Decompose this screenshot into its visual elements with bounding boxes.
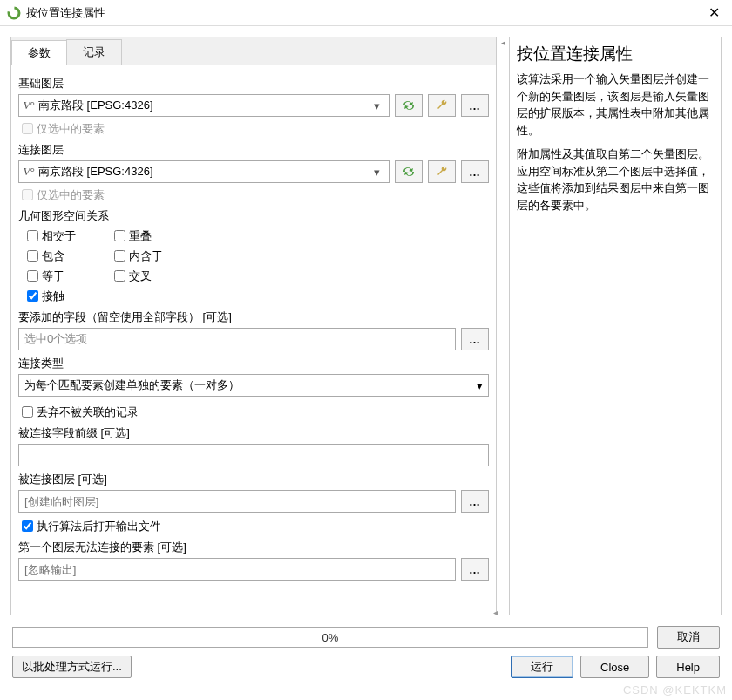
refresh-icon: [401, 165, 417, 179]
browse-button[interactable]: …: [461, 160, 489, 183]
fields-display[interactable]: [18, 328, 456, 350]
line-layer-icon: V°: [23, 165, 35, 179]
browse-button[interactable]: …: [461, 94, 489, 117]
options-button[interactable]: [428, 94, 456, 117]
predicate-cross[interactable]: 交叉: [111, 268, 180, 284]
predicate-contain[interactable]: 包含: [24, 248, 93, 264]
predicate-within[interactable]: 内含于: [111, 248, 180, 264]
close-icon[interactable]: ✕: [703, 4, 725, 21]
options-button[interactable]: [428, 160, 456, 183]
chevron-down-icon: ▾: [477, 379, 483, 392]
fields-browse-button[interactable]: …: [461, 328, 489, 350]
tab-bar: 参数 记录: [11, 37, 496, 65]
predicate-overlap[interactable]: 重叠: [111, 228, 180, 244]
help-panel: 按位置连接属性 该算法采用一个输入矢量图层并创建一个新的矢量图层，该图层是输入矢…: [509, 37, 722, 615]
join-layer-combo[interactable]: V° 南京路段 [EPSG:4326] ▾: [18, 160, 390, 183]
unjoinable-browse-button[interactable]: …: [461, 558, 489, 581]
refresh-icon: [401, 99, 417, 112]
cancel-button[interactable]: 取消: [657, 626, 720, 649]
tab-log[interactable]: 记录: [66, 39, 122, 65]
splitter-arrow-icon: ◂: [501, 38, 505, 47]
help-title: 按位置连接属性: [517, 43, 714, 65]
svg-point-0: [9, 8, 19, 18]
title-bar: 按位置连接属性 ✕: [0, 0, 732, 26]
open-output-check[interactable]: 执行算法后打开输出文件: [18, 518, 489, 534]
join-type-value: 为每个匹配要素创建单独的要素（一对多）: [24, 377, 240, 393]
line-layer-icon: V°: [23, 99, 35, 112]
progress-text: 0%: [322, 631, 339, 644]
close-button[interactable]: Close: [580, 656, 649, 678]
prefix-label: 被连接字段前缀 [可选]: [18, 425, 489, 441]
wrench-icon: [435, 99, 449, 112]
join-selected-only-label: 仅选中的要素: [37, 187, 105, 203]
app-logo-icon: [7, 6, 21, 20]
join-layer-label: 连接图层: [18, 142, 489, 158]
iterate-button[interactable]: [395, 160, 423, 183]
batch-button[interactable]: 以批处理方式运行...: [12, 656, 132, 678]
watermark: CSDN @KEKTKM: [623, 683, 727, 697]
predicate-intersect[interactable]: 相交于: [24, 228, 93, 244]
tab-params[interactable]: 参数: [11, 40, 67, 65]
window-title: 按位置连接属性: [26, 5, 703, 21]
base-layer-value: 南京路段 [EPSG:4326]: [35, 98, 368, 113]
join-selected-only-checkbox: [22, 189, 33, 200]
progress-bar: 0%: [12, 627, 648, 648]
unjoinable-output[interactable]: [18, 558, 456, 581]
run-button[interactable]: 运行: [511, 656, 573, 678]
help-paragraph-2: 附加属性及其值取自第二个矢量图层。应用空间标准从第二个图层中选择值，这些值将添加…: [517, 146, 714, 214]
prefix-input[interactable]: [18, 444, 489, 466]
base-layer-label: 基础图层: [18, 76, 489, 92]
joined-layer-browse-button[interactable]: …: [461, 490, 489, 513]
base-selected-only-label: 仅选中的要素: [37, 121, 105, 137]
chevron-down-icon: ▾: [368, 166, 385, 179]
base-layer-combo[interactable]: V° 南京路段 [EPSG:4326] ▾: [18, 94, 390, 117]
unjoinable-label: 第一个图层无法连接的要素 [可选]: [18, 540, 489, 555]
wrench-icon: [435, 165, 449, 179]
joined-layer-label: 被连接图层 [可选]: [18, 472, 489, 487]
join-type-combo[interactable]: 为每个匹配要素创建单独的要素（一对多） ▾: [18, 374, 489, 397]
iterate-button[interactable]: [395, 94, 423, 117]
help-button[interactable]: Help: [656, 656, 720, 678]
splitter-handle[interactable]: ◂: [500, 37, 505, 615]
fields-label: 要添加的字段（留空使用全部字段） [可选]: [18, 309, 489, 325]
base-selected-only-row: 仅选中的要素: [18, 120, 489, 137]
help-paragraph-1: 该算法采用一个输入矢量图层并创建一个新的矢量图层，该图层是输入矢量图层的扩展版本…: [517, 71, 714, 139]
parameters-panel: 参数 记录 基础图层 V° 南京路段 [EPSG:4326] ▾ …: [10, 37, 497, 615]
predicate-touch[interactable]: 接触: [24, 288, 93, 304]
joined-layer-output[interactable]: [18, 490, 456, 513]
join-selected-only-row: 仅选中的要素: [18, 187, 489, 203]
join-type-label: 连接类型: [18, 356, 489, 371]
chevron-down-icon: ▾: [368, 99, 385, 112]
geom-predicate-label: 几何图形空间关系: [18, 208, 489, 224]
splitter-arrow-icon: ◂: [491, 610, 498, 615]
base-selected-only-checkbox: [22, 123, 33, 134]
discard-unmatched[interactable]: 丢弃不被关联的记录: [18, 404, 489, 420]
predicate-equal[interactable]: 等于: [24, 268, 93, 284]
join-layer-value: 南京路段 [EPSG:4326]: [35, 164, 368, 180]
